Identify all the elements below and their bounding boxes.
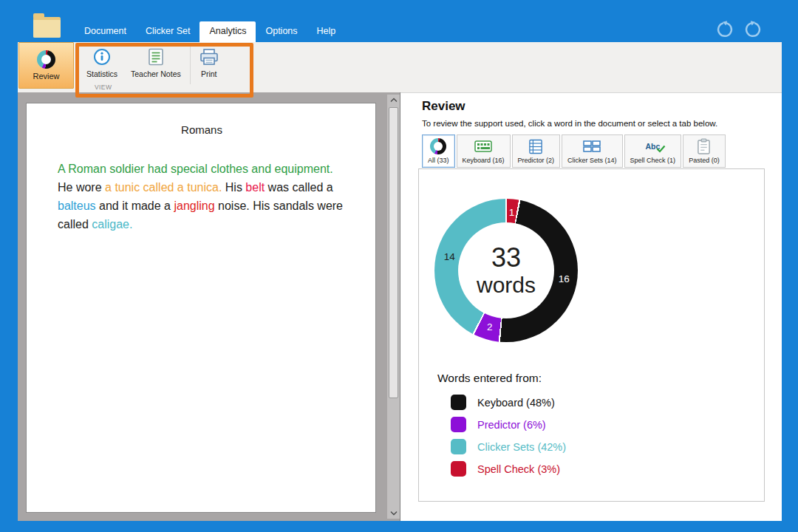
document-word-run[interactable]: belt <box>245 181 265 194</box>
document-page: Romans A Roman soldier had special cloth… <box>27 103 375 512</box>
review-panel-subtitle: To review the support used, click a word… <box>422 119 717 128</box>
review-tab-clicker-sets[interactable]: Clicker Sets (14) <box>562 134 623 168</box>
donut-center: 33 words <box>458 222 554 318</box>
info-icon <box>93 47 111 66</box>
legend-row-keyboard: Keyboard (48%) <box>451 395 566 410</box>
legend-label: Clicker Sets (42%) <box>477 441 566 453</box>
donut-segment-value: 14 <box>444 251 455 262</box>
document-word-run[interactable]: A Roman soldier had special clothes and … <box>58 163 333 175</box>
document-scrollbar[interactable] <box>387 95 400 519</box>
analytics-chart-panel: 33 words 116214 Words entered from: Keyb… <box>418 168 765 502</box>
keyboard-icon <box>474 138 492 154</box>
main-content: Romans A Roman soldier had special cloth… <box>18 92 782 521</box>
legend-swatch-spell-check <box>451 461 466 477</box>
predictor-icon <box>529 138 542 154</box>
tab-label: Predictor (2) <box>518 157 555 164</box>
legend-row-spell-check: Spell Check (3%) <box>451 461 566 477</box>
printer-icon <box>200 47 219 66</box>
menu-tab-help[interactable]: Help <box>307 21 346 42</box>
document-word-run[interactable]: balteus <box>58 200 96 212</box>
review-tab-pasted[interactable]: Pasted (0) <box>683 134 726 168</box>
legend-label: Spell Check (3%) <box>477 463 560 475</box>
view-ribbon-group: Statistics Teacher Notes Print <box>80 44 225 84</box>
legend-row-clicker-sets: Clicker Sets (42%) <box>451 439 566 454</box>
print-button-label: Print <box>201 69 217 78</box>
donut-total-label: words <box>477 273 536 298</box>
open-folder-button[interactable] <box>33 17 61 38</box>
ribbon-group-label: VIEW <box>95 83 112 91</box>
folder-icon-front <box>33 20 61 38</box>
redo-icon[interactable] <box>742 18 764 40</box>
ribbon-separator <box>190 46 191 84</box>
clicker-app-window: Document Clicker Set Analytics Options H… <box>0 0 798 532</box>
tab-label: Pasted (0) <box>689 157 720 164</box>
donut-total-value: 33 <box>491 243 521 273</box>
document-word-run[interactable]: a tunic called a tunica. <box>105 181 222 194</box>
all-donut-icon <box>430 138 446 154</box>
clipboard-icon <box>697 138 711 154</box>
print-button[interactable]: Print <box>193 44 225 80</box>
document-word-run[interactable]: His <box>222 181 245 194</box>
review-tab-predictor[interactable]: Predictor (2) <box>512 134 561 168</box>
donut-segment-value: 1 <box>509 207 515 218</box>
tab-label: Keyboard (16) <box>463 157 505 164</box>
scroll-up-icon[interactable] <box>387 95 400 106</box>
legend-row-predictor: Predictor (6%) <box>451 417 566 432</box>
document-title: Romans <box>58 123 346 136</box>
notes-icon <box>148 47 164 66</box>
legend-swatch-keyboard <box>451 395 466 410</box>
menubar: Document Clicker Set Analytics Options H… <box>75 0 345 42</box>
legend-label: Keyboard (48%) <box>477 397 555 409</box>
legend-label: Predictor (6%) <box>477 419 546 431</box>
document-paragraph: A Roman soldier had special clothes and … <box>58 160 344 233</box>
scrollbar-track[interactable] <box>387 106 400 508</box>
donut-segment-value: 2 <box>487 321 493 332</box>
menu-tab-options[interactable]: Options <box>256 21 307 42</box>
donut-segment-value: 16 <box>559 273 570 284</box>
legend-title: Words entered from: <box>437 372 542 385</box>
statistics-button[interactable]: Statistics <box>80 44 124 80</box>
teacher-notes-button[interactable]: Teacher Notes <box>124 44 188 80</box>
undo-icon[interactable] <box>714 18 736 40</box>
tab-label: Spell Check (1) <box>630 157 676 164</box>
review-tabs: All (33) Keyboard (16) Predictor (2) <box>422 134 727 168</box>
menu-tab-clicker-set[interactable]: Clicker Set <box>136 21 200 42</box>
scrollbar-thumb[interactable] <box>389 107 398 398</box>
review-button-label: Review <box>33 72 59 81</box>
menu-tab-analytics[interactable]: Analytics <box>200 21 256 42</box>
legend-swatch-clicker-sets <box>451 439 466 454</box>
review-tab-keyboard[interactable]: Keyboard (16) <box>457 134 511 168</box>
document-word-run[interactable]: jangling <box>174 200 214 212</box>
document-word-run[interactable]: was called a <box>265 181 333 194</box>
teacher-notes-button-label: Teacher Notes <box>131 69 181 78</box>
document-area: Romans A Roman soldier had special cloth… <box>18 92 400 521</box>
review-panel: Review To review the support used, click… <box>400 92 782 521</box>
clicker-sets-grid-icon <box>583 138 601 154</box>
menu-tab-document[interactable]: Document <box>75 21 136 42</box>
history-controls <box>714 18 764 40</box>
review-tab-spell-check[interactable]: Abc Spell Check (1) <box>624 134 682 168</box>
donut-chart: 33 words 116214 <box>434 199 578 342</box>
scroll-down-icon[interactable] <box>387 508 400 519</box>
review-donut-icon <box>37 50 55 69</box>
review-panel-title: Review <box>422 99 466 114</box>
document-word-run[interactable]: and it made a <box>96 200 174 212</box>
review-tab-all[interactable]: All (33) <box>422 134 455 168</box>
document-word-run[interactable]: He wore <box>58 181 105 194</box>
review-button[interactable]: Review <box>18 42 74 89</box>
chart-legend: Keyboard (48%) Predictor (6%) Clicker Se… <box>451 395 566 477</box>
legend-swatch-predictor <box>451 417 466 432</box>
document-word-run[interactable]: caligae. <box>92 218 132 231</box>
analytics-ribbon: Review Statistics Teacher Notes Prin <box>18 42 782 92</box>
tab-label: Clicker Sets (14) <box>567 157 617 164</box>
spell-check-icon: Abc <box>645 138 660 154</box>
tab-label: All (33) <box>428 157 449 164</box>
statistics-button-label: Statistics <box>86 69 117 78</box>
